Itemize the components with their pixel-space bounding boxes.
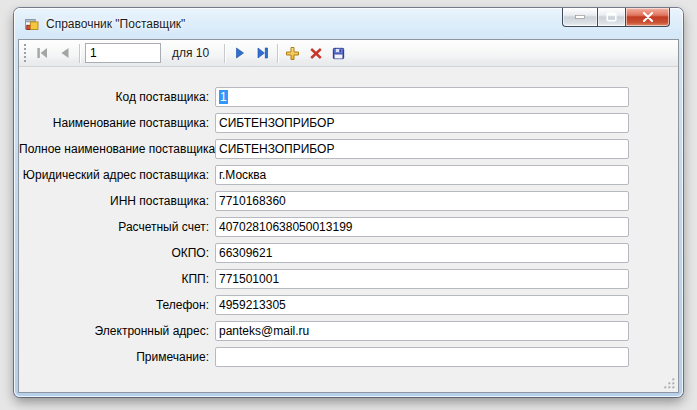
field-label: ИНН поставщика:: [19, 194, 209, 208]
field-label: Наименование поставщика:: [19, 116, 209, 130]
add-new-button[interactable]: [281, 42, 304, 64]
field-row: Примечание:: [19, 344, 678, 370]
field-label: Код поставщика:: [19, 90, 209, 104]
field-label: Полное наименование поставщика:: [19, 142, 209, 156]
toolbar-separator: [277, 44, 278, 63]
resize-grip[interactable]: [664, 378, 676, 390]
field-value: 7710168360: [219, 194, 286, 208]
field-input[interactable]: г.Москва: [215, 165, 629, 185]
app-icon: [24, 17, 40, 33]
close-button[interactable]: [625, 8, 670, 27]
move-previous-icon: [59, 47, 71, 59]
field-input[interactable]: 7710168360: [215, 191, 629, 211]
field-value: 1: [219, 90, 228, 104]
field-input[interactable]: [215, 347, 629, 367]
field-input[interactable]: 4959213305: [215, 295, 629, 315]
form-fields: Код поставщика:1Наименование поставщика:…: [19, 67, 678, 370]
field-input[interactable]: 771501001: [215, 269, 629, 289]
move-first-button[interactable]: [30, 42, 53, 64]
titlebar[interactable]: Справочник "Поставщик": [22, 8, 553, 39]
save-icon: [331, 46, 346, 61]
field-row: Телефон:4959213305: [19, 292, 678, 318]
move-last-button[interactable]: [251, 42, 274, 64]
field-row: Юридический адрес поставщика:г.Москва: [19, 162, 678, 188]
position-input[interactable]: [85, 43, 161, 63]
toolbar-separator: [224, 44, 225, 63]
field-label: КПП:: [19, 272, 209, 286]
minimize-button[interactable]: [562, 8, 598, 27]
window-title: Справочник "Поставщик": [46, 16, 185, 31]
field-label: ОКПО:: [19, 246, 209, 260]
field-row: Электронный адрес:panteks@mail.ru: [19, 318, 678, 344]
field-row: Код поставщика:1: [19, 84, 678, 110]
field-input[interactable]: СИБТЕНЗОПРИБОР: [215, 139, 629, 159]
window-supplier-directory: Справочник "Поставщик": [14, 8, 683, 397]
field-row: Наименование поставщика:СИБТЕНЗОПРИБОР: [19, 110, 678, 136]
maximize-icon: [606, 12, 617, 22]
move-first-icon: [35, 47, 49, 59]
minimize-icon: [575, 14, 585, 20]
field-value: г.Москва: [219, 168, 266, 182]
field-value: panteks@mail.ru: [219, 324, 309, 338]
move-next-button[interactable]: [228, 42, 251, 64]
field-row: ИНН поставщика:7710168360: [19, 188, 678, 214]
add-icon: [285, 46, 300, 61]
client-area: для 10: [18, 39, 679, 393]
binding-navigator-toolbar: для 10: [19, 40, 678, 67]
save-button[interactable]: [327, 42, 350, 64]
field-row: Полное наименование поставщика:СИБТЕНЗОП…: [19, 136, 678, 162]
delete-icon: [309, 47, 323, 60]
field-input[interactable]: 1: [215, 87, 629, 107]
field-value: 66309621: [219, 246, 272, 260]
field-label: Электронный адрес:: [19, 324, 209, 338]
field-input[interactable]: СИБТЕНЗОПРИБОР: [215, 113, 629, 133]
field-value: 4959213305: [219, 298, 286, 312]
field-row: Расчетный счет:40702810638050013199: [19, 214, 678, 240]
field-label: Расчетный счет:: [19, 220, 209, 234]
field-value: СИБТЕНЗОПРИБОР: [219, 142, 334, 156]
move-last-icon: [256, 47, 270, 59]
field-label: Юридический адрес поставщика:: [19, 168, 209, 182]
maximize-button[interactable]: [597, 8, 626, 27]
toolbar-grip[interactable]: [24, 44, 26, 62]
move-next-icon: [234, 47, 246, 59]
field-value: 40702810638050013199: [219, 220, 352, 234]
move-previous-button[interactable]: [53, 42, 76, 64]
field-value: СИБТЕНЗОПРИБОР: [219, 116, 334, 130]
field-input[interactable]: 40702810638050013199: [215, 217, 629, 237]
caption-buttons: [562, 8, 670, 27]
field-value: 771501001: [219, 272, 279, 286]
field-label: Примечание:: [19, 350, 209, 364]
toolbar-separator: [79, 44, 80, 63]
field-row: ОКПО:66309621: [19, 240, 678, 266]
field-input[interactable]: panteks@mail.ru: [215, 321, 629, 341]
field-label: Телефон:: [19, 298, 209, 312]
delete-button[interactable]: [304, 42, 327, 64]
count-label: для 10: [172, 46, 209, 60]
close-icon: [642, 12, 654, 22]
field-input[interactable]: 66309621: [215, 243, 629, 263]
field-row: КПП:771501001: [19, 266, 678, 292]
